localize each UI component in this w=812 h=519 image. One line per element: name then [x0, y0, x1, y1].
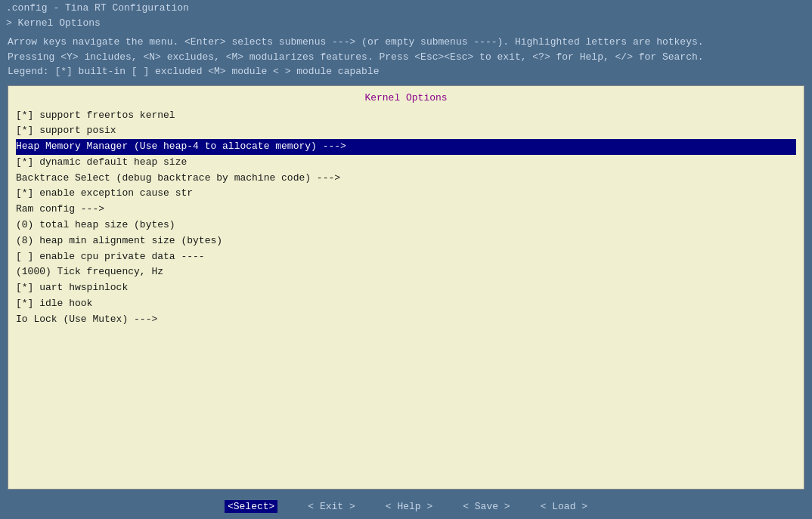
- menu-item-7[interactable]: (0) total heap size (bytes): [16, 218, 796, 233]
- info-line-3: Legend: [*] built-in [ ] excluded <M> mo…: [8, 64, 804, 79]
- main-container: Arrow keys navigate the menu. <Enter> se…: [0, 30, 812, 494]
- bottom-bar: <Select>< Exit >< Help >< Save >< Load >: [0, 494, 812, 519]
- bottom-btn-3[interactable]: < Save >: [463, 501, 510, 512]
- info-line-2: Pressing <Y> includes, <N> excludes, <M>…: [8, 50, 804, 65]
- subtitle-text: > Kernel Options: [6, 17, 101, 29]
- bottom-btn-2[interactable]: < Help >: [386, 501, 432, 512]
- menu-item-3[interactable]: [*] dynamic default heap size: [16, 155, 796, 171]
- title-text: .config - Tina RT Configuration: [6, 2, 189, 14]
- menu-item-9[interactable]: [ ] enable cpu private data ----: [16, 249, 796, 265]
- menu-item-0[interactable]: [*] support freertos kernel: [16, 108, 796, 124]
- bottom-btn-0[interactable]: <Select>: [225, 500, 277, 513]
- menu-item-2[interactable]: Heap Memory Manager (Use heap-4 to alloc…: [16, 139, 796, 155]
- menu-item-6[interactable]: Ram config --->: [16, 202, 796, 218]
- title-bar: .config - Tina RT Configuration: [0, 0, 812, 16]
- menu-item-1[interactable]: [*] support posix: [16, 123, 796, 139]
- menu-item-11[interactable]: [*] uart hwspinlock: [16, 280, 796, 296]
- menu-item-12[interactable]: [*] idle hook: [16, 296, 796, 312]
- subtitle-bar: > Kernel Options: [0, 16, 812, 30]
- menu-item-13[interactable]: Io Lock (Use Mutex) --->: [16, 312, 796, 328]
- bottom-btn-1[interactable]: < Exit >: [308, 501, 355, 512]
- menu-item-8[interactable]: (8) heap min alignment size (bytes): [16, 233, 796, 249]
- info-text: Arrow keys navigate the menu. <Enter> se…: [8, 35, 804, 79]
- info-line-1: Arrow keys navigate the menu. <Enter> se…: [8, 35, 804, 50]
- bottom-btn-4[interactable]: < Load >: [541, 501, 587, 512]
- menu-title: Kernel Options: [16, 92, 796, 103]
- menu-item-5[interactable]: [*] enable exception cause str: [16, 186, 796, 202]
- menu-item-4[interactable]: Backtrace Select (debug backtrace by mac…: [16, 171, 796, 187]
- menu-items-container: [*] support freertos kernel[*] support p…: [16, 108, 796, 328]
- content-box: Kernel Options [*] support freertos kern…: [8, 85, 804, 490]
- menu-item-10[interactable]: (1000) Tick frequency, Hz: [16, 264, 796, 280]
